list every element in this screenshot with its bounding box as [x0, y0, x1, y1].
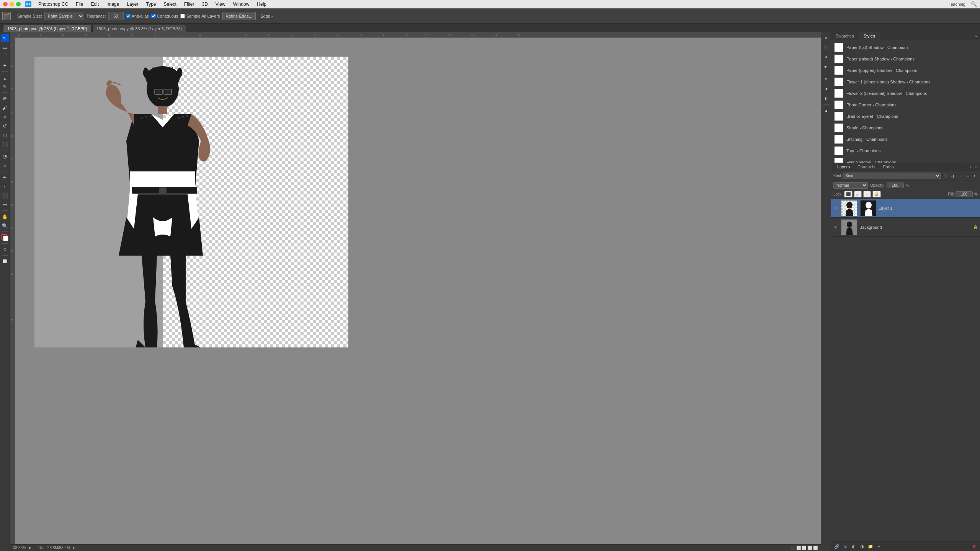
- layers-expand-btn[interactable]: +: [969, 164, 972, 170]
- menu-file[interactable]: File: [73, 1, 86, 8]
- tolerance-input[interactable]: [108, 12, 124, 20]
- menu-image[interactable]: Image: [103, 1, 122, 8]
- hand-tool[interactable]: ✋: [1, 212, 9, 221]
- background-color[interactable]: [3, 236, 8, 241]
- style-item-4[interactable]: Flower 2 (diensional) Shadow - Champions: [831, 88, 980, 99]
- sample-all-layers-checkbox[interactable]: [180, 14, 185, 18]
- quick-mask-btn[interactable]: ⬡: [1, 245, 9, 254]
- doc-info-arrow[interactable]: ▶: [73, 546, 75, 549]
- filter-shape-btn[interactable]: ▭: [964, 173, 970, 179]
- tab-styles[interactable]: Styles: [859, 32, 880, 40]
- panel-actions-btn[interactable]: ▶: [822, 62, 830, 71]
- style-item-9[interactable]: Tape - Champions: [831, 145, 980, 156]
- healing-tool[interactable]: ⊕: [1, 94, 9, 103]
- move-tool[interactable]: ↖: [1, 34, 9, 42]
- new-fill-adjustment-btn[interactable]: ◑: [859, 543, 866, 550]
- style-item-0[interactable]: Paper (flat) Shadow - Champions: [831, 42, 980, 53]
- menu-edit[interactable]: Edit: [88, 1, 102, 8]
- style-item-1[interactable]: Paper (raised) Shadow - Champions: [831, 53, 980, 65]
- filter-adjust-btn[interactable]: ◑: [950, 173, 956, 179]
- add-mask-btn[interactable]: ◐: [850, 543, 857, 550]
- lock-position-btn[interactable]: ↔: [863, 191, 871, 197]
- tab-paths[interactable]: Paths: [879, 163, 898, 171]
- layer-eye-1[interactable]: 👁: [833, 225, 839, 230]
- lock-transparent-btn[interactable]: ⬛: [844, 191, 853, 197]
- layers-kind-select[interactable]: Kind: [843, 173, 941, 179]
- style-item-10[interactable]: Flair Shadow - Champions: [831, 156, 980, 163]
- sample-size-select[interactable]: Point Sample 3 by 3 Average 5 by 5 Avera…: [44, 12, 84, 20]
- styles-panel-menu[interactable]: ≡: [973, 32, 980, 40]
- brush-tool[interactable]: 🖌: [1, 103, 9, 112]
- eraser-tool[interactable]: ◻: [1, 131, 9, 139]
- layer-row-0[interactable]: 👁: [831, 199, 980, 218]
- panel-color-btn[interactable]: ⬛: [822, 43, 830, 52]
- history-brush[interactable]: ↺: [1, 122, 9, 130]
- menu-select[interactable]: Select: [160, 1, 179, 8]
- path-select-tool[interactable]: ⬛: [1, 191, 9, 200]
- contiguous-checkbox[interactable]: [151, 14, 156, 18]
- blur-tool[interactable]: ◔: [1, 152, 9, 160]
- type-tool[interactable]: T: [1, 182, 9, 191]
- eyedropper-tool[interactable]: ✎: [1, 82, 9, 91]
- shape-tool[interactable]: ▭: [1, 201, 9, 209]
- fill-input[interactable]: [956, 191, 973, 197]
- tab-2[interactable]: 1503_photo copy @ 33.3% (Layer 3, RGB/8*…: [92, 25, 186, 32]
- style-item-2[interactable]: Paper (popped) Shadow - Champions: [831, 65, 980, 76]
- menu-window[interactable]: Window: [230, 1, 253, 8]
- delete-layer-btn[interactable]: 🗑: [971, 543, 978, 550]
- magic-wand-tool[interactable]: 🪄: [2, 12, 11, 20]
- lasso-tool[interactable]: ⌒: [1, 52, 9, 60]
- menu-filter[interactable]: Filter: [181, 1, 198, 8]
- style-item-6[interactable]: Brad or Eyelet - Champions: [831, 111, 980, 122]
- layer-eye-0[interactable]: 👁: [833, 206, 839, 210]
- tab-layers[interactable]: Layers: [833, 163, 854, 171]
- select-tool[interactable]: ▭: [1, 43, 9, 51]
- style-item-3[interactable]: Flower 1 (dimensional) Shadow - Champion…: [831, 76, 980, 88]
- panel-expand-btn[interactable]: ◀: [822, 107, 830, 115]
- layer-row-1[interactable]: 👁 Background 🔒: [831, 218, 980, 237]
- filter-type-btn[interactable]: T: [957, 173, 963, 179]
- blend-mode-select[interactable]: Normal Multiply Screen: [833, 182, 868, 189]
- dodge-tool[interactable]: ○: [1, 161, 9, 170]
- lock-all-btn[interactable]: 🔒: [872, 191, 881, 197]
- layers-collapse-btn[interactable]: −: [963, 164, 967, 170]
- maximize-button[interactable]: [16, 2, 21, 7]
- filter-smart-btn[interactable]: ✦: [972, 173, 978, 179]
- tab-swatches[interactable]: Swatches: [831, 32, 859, 40]
- new-group-btn[interactable]: 📁: [867, 543, 874, 550]
- tab-channels[interactable]: Channels: [854, 163, 879, 171]
- menu-help[interactable]: Help: [254, 1, 270, 8]
- refine-edge-button[interactable]: Refine Edge...: [222, 12, 256, 20]
- style-item-8[interactable]: Stitching - Champions: [831, 134, 980, 145]
- layer-style-btn[interactable]: fx: [842, 543, 849, 550]
- panel-layers-btn[interactable]: ≡: [822, 34, 830, 42]
- menu-view[interactable]: View: [212, 1, 229, 8]
- new-layer-btn[interactable]: +: [875, 543, 882, 550]
- tab-1[interactable]: 1503_photo.psd @ 25% (Layer 1, RGB/8*): [3, 25, 91, 32]
- style-item-7[interactable]: Staple - Champions: [831, 122, 980, 134]
- opacity-input[interactable]: [887, 183, 904, 188]
- close-button[interactable]: [3, 2, 8, 7]
- menu-layer[interactable]: Layer: [124, 1, 141, 8]
- zoom-arrow[interactable]: ▶: [29, 546, 31, 549]
- panel-properties-btn[interactable]: ⚙: [822, 75, 830, 83]
- crop-tool[interactable]: ⌞: [1, 73, 9, 82]
- layers-menu-btn[interactable]: ≡: [974, 164, 978, 170]
- menu-type[interactable]: Type: [143, 1, 159, 8]
- pen-tool[interactable]: ✒: [1, 173, 9, 181]
- search-icon[interactable]: 🔍: [971, 1, 977, 7]
- menu-3d[interactable]: 3D: [199, 1, 211, 8]
- panel-history-btn[interactable]: ↺: [822, 53, 830, 61]
- panel-masks-btn[interactable]: ◐: [822, 94, 830, 103]
- color-selector[interactable]: [2, 234, 8, 241]
- lock-image-btn[interactable]: 🖌: [854, 191, 862, 197]
- clone-tool[interactable]: ⎆: [1, 112, 9, 121]
- gradient-tool[interactable]: ⬛: [1, 140, 9, 148]
- minimize-button[interactable]: [10, 2, 14, 7]
- screen-mode-btn[interactable]: ⬜: [1, 257, 9, 266]
- canvas[interactable]: [15, 37, 821, 544]
- magic-wand-tool-btn[interactable]: ✦: [1, 61, 9, 70]
- style-item-5[interactable]: Photo Corner - Champions: [831, 99, 980, 111]
- menu-photoshop[interactable]: Photoshop CC: [35, 1, 71, 8]
- panel-adjustments-btn[interactable]: ◑: [822, 85, 830, 93]
